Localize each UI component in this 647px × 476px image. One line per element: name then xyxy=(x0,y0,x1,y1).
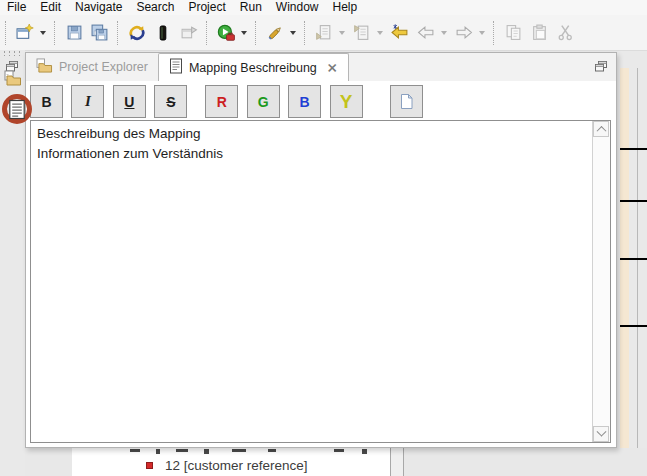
toolbar-separator xyxy=(206,21,209,45)
link-with-editor-icon xyxy=(177,21,201,45)
mapping-connection-line xyxy=(620,148,647,150)
tree-panel-scrollbar[interactable] xyxy=(390,448,404,476)
mapping-beschreibung-view: Project Explorer Mapping Beschreibung ⨯ xyxy=(25,52,617,448)
next-annotation-icon xyxy=(312,21,336,45)
toolbar-separator xyxy=(54,21,57,45)
forward-dropdown[interactable] xyxy=(479,31,485,35)
tab-label: Mapping Beschreibung xyxy=(189,61,317,75)
bold-button[interactable]: B xyxy=(30,85,63,118)
toolbar-separator xyxy=(117,21,120,45)
save-all-icon[interactable] xyxy=(88,21,112,45)
mapping-beschreibung-view-icon[interactable] xyxy=(8,99,26,124)
document-icon xyxy=(169,58,183,77)
clipped-text-fragment xyxy=(176,449,188,452)
rail-drag-handle[interactable] xyxy=(2,50,22,56)
menu-help[interactable]: Help xyxy=(326,0,365,14)
clipped-text-fragment xyxy=(362,449,367,454)
clipped-text-fragment xyxy=(232,449,246,452)
main-toolbar xyxy=(0,15,647,51)
highlighter-pen-icon[interactable] xyxy=(263,21,287,45)
flashlight-icon[interactable] xyxy=(151,21,175,45)
copy-icon xyxy=(501,21,525,45)
italic-button[interactable]: I xyxy=(71,85,104,118)
tab-project-explorer[interactable]: Project Explorer xyxy=(26,53,158,81)
toolbar-separator xyxy=(5,21,8,45)
chevron-down-icon xyxy=(596,426,606,436)
format-toolbar: B I U S R G B Y xyxy=(26,81,616,123)
color-red-button[interactable]: R xyxy=(205,85,238,118)
menu-edit[interactable]: Edit xyxy=(33,0,68,14)
clipped-text-fragment xyxy=(204,449,209,454)
mapping-connection-line xyxy=(620,325,647,327)
menu-project[interactable]: Project xyxy=(181,0,232,14)
blank-page-icon xyxy=(399,93,414,110)
cut-icon xyxy=(553,21,577,45)
clear-page-button[interactable] xyxy=(390,85,423,118)
close-icon[interactable]: ⨯ xyxy=(327,61,338,74)
textarea-scrollbar[interactable] xyxy=(592,121,610,442)
last-edit-location-icon[interactable] xyxy=(388,21,412,45)
mapping-editor-column xyxy=(620,68,629,476)
menu-window[interactable]: Window xyxy=(269,0,326,14)
tree-row-customer-reference[interactable]: 12 [customer reference] xyxy=(72,455,390,475)
back-icon xyxy=(414,21,438,45)
toolbar-separator xyxy=(304,21,307,45)
forward-icon xyxy=(452,21,476,45)
refresh-icon[interactable] xyxy=(125,21,149,45)
menu-file[interactable]: File xyxy=(0,0,33,14)
description-line: Informationen zum Verständnis xyxy=(37,144,604,164)
description-text: Beschreibung des Mapping Informationen z… xyxy=(31,121,610,166)
mapping-connection-line xyxy=(620,200,647,202)
restore-icon[interactable] xyxy=(595,58,607,76)
save-icon[interactable] xyxy=(62,21,86,45)
new-wizard-icon[interactable] xyxy=(13,21,37,45)
scroll-up-button[interactable] xyxy=(593,121,609,137)
back-dropdown[interactable] xyxy=(441,31,447,35)
application-window: File Edit Navigate Search Project Run Wi… xyxy=(0,0,647,476)
color-yellow-button[interactable]: Y xyxy=(330,85,363,118)
menu-search[interactable]: Search xyxy=(129,0,181,14)
view-tab-strip: Project Explorer Mapping Beschreibung ⨯ xyxy=(26,53,616,81)
toolbar-separator xyxy=(255,21,258,45)
project-explorer-folder-icon[interactable] xyxy=(4,70,22,90)
clipped-text-fragment xyxy=(268,449,276,452)
run-dropdown[interactable] xyxy=(241,31,247,35)
run-icon[interactable] xyxy=(214,21,238,45)
description-textarea[interactable]: Beschreibung des Mapping Informationen z… xyxy=(30,120,611,443)
menu-bar: File Edit Navigate Search Project Run Wi… xyxy=(0,0,647,15)
previous-annotation-icon xyxy=(350,21,374,45)
folder-icon xyxy=(36,58,53,76)
menu-navigate[interactable]: Navigate xyxy=(68,0,129,14)
tab-mapping-beschreibung[interactable]: Mapping Beschreibung ⨯ xyxy=(158,53,349,81)
new-wizard-dropdown[interactable] xyxy=(40,31,46,35)
color-blue-button[interactable]: B xyxy=(288,85,321,118)
description-line: Beschreibung des Mapping xyxy=(37,124,604,144)
mapping-connection-line xyxy=(620,258,647,260)
strikethrough-button[interactable]: S xyxy=(154,85,187,118)
highlighter-pen-dropdown[interactable] xyxy=(290,31,296,35)
paste-icon xyxy=(527,21,551,45)
clipped-text-fragment xyxy=(334,449,344,452)
chevron-up-icon xyxy=(596,125,606,135)
clipped-text-fragment xyxy=(130,449,140,452)
previous-annotation-dropdown xyxy=(377,31,383,35)
menu-run[interactable]: Run xyxy=(233,0,269,14)
red-square-bullet-icon xyxy=(146,462,153,469)
next-annotation-dropdown xyxy=(339,31,345,35)
clipped-text-fragment xyxy=(156,449,160,454)
scroll-down-button[interactable] xyxy=(593,426,609,442)
tree-item-label: 12 [customer reference] xyxy=(165,458,308,473)
underline-button[interactable]: U xyxy=(113,85,146,118)
toolbar-separator xyxy=(493,21,496,45)
background-tree-panel: 12 [customer reference] xyxy=(72,448,390,476)
tab-label: Project Explorer xyxy=(59,60,148,74)
color-green-button[interactable]: G xyxy=(247,85,280,118)
